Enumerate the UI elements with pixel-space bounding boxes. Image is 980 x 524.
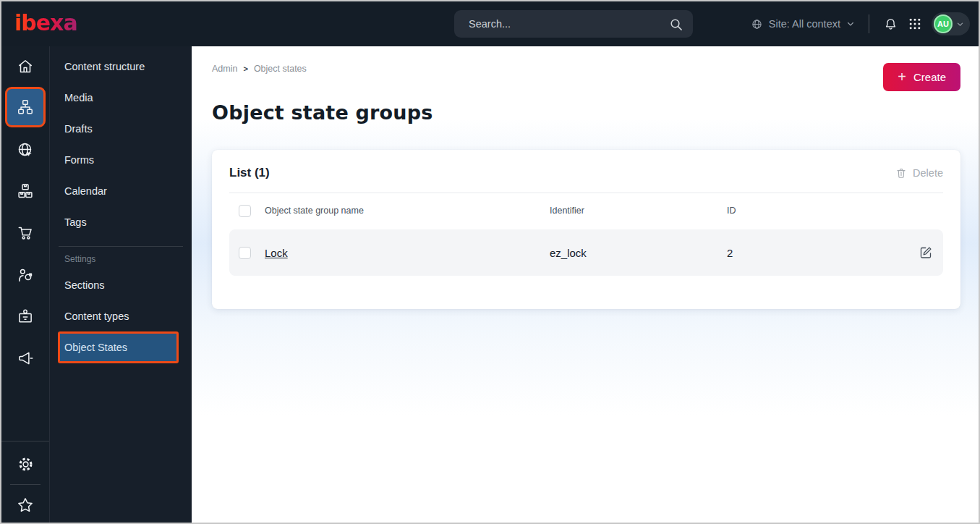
content-structure-icon <box>16 98 35 117</box>
page-title: Object state groups <box>212 101 433 124</box>
ibexa-logo[interactable]: ibexa <box>14 10 77 35</box>
menu-item-forms[interactable]: Forms <box>50 144 192 175</box>
menu-item-tags[interactable]: Tags <box>50 206 192 237</box>
breadcrumb-admin[interactable]: Admin <box>212 64 237 74</box>
person-target-icon <box>16 266 35 284</box>
badge-icon <box>16 307 35 326</box>
sidebar-item-commerce[interactable] <box>1 213 49 253</box>
menu-item-sections[interactable]: Sections <box>50 269 192 300</box>
breadcrumb-current: Object states <box>254 64 307 74</box>
app-switcher-grid-icon[interactable] <box>908 17 922 31</box>
sidebar-item-marketing[interactable] <box>1 338 49 379</box>
sidebar-item-personalization[interactable] <box>1 255 49 295</box>
chevron-down-icon <box>846 20 855 28</box>
menu-section-label: Settings <box>64 254 95 264</box>
create-button[interactable]: + Create <box>883 63 960 91</box>
plus-icon: + <box>898 69 906 84</box>
topbar-right-controls: Site: All context AU <box>751 1 970 46</box>
menu-item-content-structure[interactable]: Content structure <box>50 51 192 82</box>
list-title: List (1) <box>229 166 270 180</box>
main-content: Admin > Object states + Create Object st… <box>192 46 979 523</box>
create-button-label: Create <box>913 71 946 83</box>
table-header: Object state group name Identifier ID <box>229 195 943 227</box>
breadcrumb: Admin > Object states <box>212 64 307 74</box>
trash-icon <box>895 167 907 179</box>
row-identifier: ez_lock <box>550 247 727 259</box>
sidebar-item-site[interactable] <box>1 130 49 170</box>
site-context-selector[interactable]: Site: All context <box>751 18 855 30</box>
menu-item-content-types[interactable]: Content types <box>50 300 192 331</box>
star-icon <box>16 496 35 515</box>
app-body: Content structure Media Drafts Forms Cal… <box>1 46 979 523</box>
breadcrumb-separator: > <box>243 64 247 73</box>
sidebar-item-bookmarks[interactable] <box>1 485 49 524</box>
menu-sidebar: Content structure Media Drafts Forms Cal… <box>49 46 192 523</box>
menu-item-drafts[interactable]: Drafts <box>50 113 192 144</box>
user-menu[interactable]: AU <box>932 12 970 35</box>
column-header-name: Object state group name <box>265 206 550 216</box>
chevron-down-icon <box>956 20 964 28</box>
app-window: ibexa Site: All context <box>0 0 980 524</box>
search-input[interactable] <box>454 18 669 30</box>
row-name-link[interactable]: Lock <box>265 247 288 259</box>
delete-button-label: Delete <box>913 167 943 179</box>
row-checkbox[interactable] <box>239 247 251 259</box>
menu-item-calendar[interactable]: Calendar <box>50 175 192 206</box>
home-icon <box>16 57 35 76</box>
column-header-identifier: Identifier <box>550 206 727 216</box>
site-globe-icon <box>16 140 35 159</box>
sidebar-divider <box>1 441 49 441</box>
gear-icon <box>16 455 35 474</box>
cart-icon <box>16 224 35 242</box>
notifications-bell-icon[interactable] <box>883 17 898 32</box>
delete-button[interactable]: Delete <box>895 167 943 179</box>
topbar-divider <box>869 14 869 33</box>
icon-sidebar <box>1 46 49 523</box>
sidebar-item-content-structure[interactable] <box>5 87 46 127</box>
edit-button[interactable] <box>914 241 937 264</box>
megaphone-icon <box>16 349 35 368</box>
list-card-header: List (1) Delete <box>212 150 960 180</box>
menu-item-media[interactable]: Media <box>50 82 192 113</box>
menu-divider <box>59 246 183 247</box>
table-row: Lock ez_lock 2 <box>229 229 943 276</box>
row-id: 2 <box>727 247 914 259</box>
search-icon[interactable] <box>669 17 683 31</box>
sidebar-item-product-catalog[interactable] <box>1 171 49 211</box>
edit-icon <box>919 245 933 260</box>
site-context-label: Site: All context <box>769 18 840 30</box>
card-divider <box>229 193 943 193</box>
avatar: AU <box>934 14 953 33</box>
globe-icon <box>751 18 763 30</box>
packages-icon <box>16 182 35 200</box>
menu-item-object-states[interactable]: Object States <box>58 331 179 363</box>
sidebar-item-home[interactable] <box>1 46 49 87</box>
sidebar-item-customer-portal[interactable] <box>1 296 49 337</box>
top-bar: ibexa Site: All context <box>1 1 979 46</box>
global-search[interactable] <box>454 10 693 38</box>
column-header-id: ID <box>727 206 914 216</box>
sidebar-item-settings[interactable] <box>1 444 49 484</box>
select-all-checkbox[interactable] <box>239 205 251 217</box>
list-card: List (1) Delete <box>212 150 960 309</box>
